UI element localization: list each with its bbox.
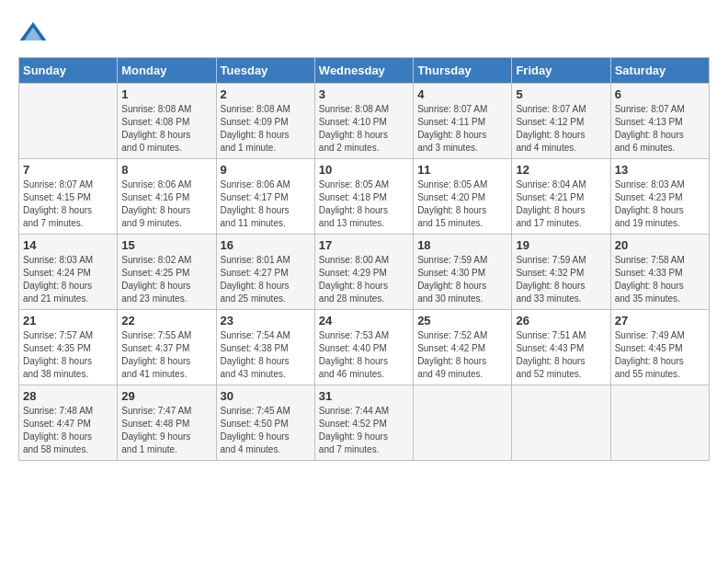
day-number: 22	[121, 314, 211, 327]
day-info: Sunrise: 7:44 AM Sunset: 4:52 PM Dayligh…	[319, 405, 409, 456]
calendar-cell: 14Sunrise: 8:03 AM Sunset: 4:24 PM Dayli…	[19, 235, 118, 310]
calendar-cell	[610, 385, 709, 461]
calendar-cell: 21Sunrise: 7:57 AM Sunset: 4:35 PM Dayli…	[19, 310, 118, 385]
weekday-header-sunday: Sunday	[19, 58, 118, 84]
calendar-cell: 17Sunrise: 8:00 AM Sunset: 4:29 PM Dayli…	[314, 235, 413, 310]
day-number: 2	[221, 87, 311, 101]
day-info: Sunrise: 7:53 AM Sunset: 4:40 PM Dayligh…	[319, 329, 409, 381]
day-info: Sunrise: 7:48 AM Sunset: 4:47 PM Dayligh…	[23, 405, 113, 456]
day-number: 18	[417, 238, 507, 252]
day-number: 29	[121, 389, 211, 403]
day-info: Sunrise: 8:00 AM Sunset: 4:29 PM Dayligh…	[319, 254, 409, 305]
week-row-3: 14Sunrise: 8:03 AM Sunset: 4:24 PM Dayli…	[19, 235, 710, 310]
day-number: 30	[221, 389, 311, 403]
calendar-cell: 28Sunrise: 7:48 AM Sunset: 4:47 PM Dayli…	[19, 385, 118, 461]
weekday-header-saturday: Saturday	[610, 58, 709, 84]
day-number: 6	[615, 87, 705, 101]
day-info: Sunrise: 8:06 AM Sunset: 4:16 PM Dayligh…	[121, 178, 211, 230]
day-info: Sunrise: 8:07 AM Sunset: 4:15 PM Dayligh…	[23, 178, 113, 230]
calendar-cell: 29Sunrise: 7:47 AM Sunset: 4:48 PM Dayli…	[118, 385, 216, 461]
calendar-cell: 8Sunrise: 8:06 AM Sunset: 4:16 PM Daylig…	[118, 159, 216, 235]
day-number: 8	[121, 163, 211, 177]
day-info: Sunrise: 7:55 AM Sunset: 4:37 PM Dayligh…	[121, 329, 211, 381]
day-number: 4	[417, 87, 507, 101]
day-info: Sunrise: 7:51 AM Sunset: 4:43 PM Dayligh…	[516, 329, 606, 381]
day-info: Sunrise: 7:47 AM Sunset: 4:48 PM Dayligh…	[121, 405, 211, 456]
calendar-cell: 24Sunrise: 7:53 AM Sunset: 4:40 PM Dayli…	[314, 310, 413, 385]
calendar-cell: 30Sunrise: 7:45 AM Sunset: 4:50 PM Dayli…	[216, 385, 314, 461]
weekday-header-wednesday: Wednesday	[314, 58, 413, 84]
week-row-5: 28Sunrise: 7:48 AM Sunset: 4:47 PM Dayli…	[19, 385, 710, 461]
day-number: 25	[417, 314, 507, 327]
day-info: Sunrise: 8:03 AM Sunset: 4:24 PM Dayligh…	[23, 254, 113, 305]
weekday-header-tuesday: Tuesday	[216, 58, 314, 84]
calendar-table: SundayMondayTuesdayWednesdayThursdayFrid…	[18, 57, 710, 461]
day-info: Sunrise: 8:05 AM Sunset: 4:20 PM Dayligh…	[417, 178, 507, 230]
day-info: Sunrise: 8:07 AM Sunset: 4:12 PM Dayligh…	[516, 103, 606, 155]
day-info: Sunrise: 7:57 AM Sunset: 4:35 PM Dayligh…	[23, 329, 113, 381]
calendar-cell: 19Sunrise: 7:59 AM Sunset: 4:32 PM Dayli…	[512, 235, 610, 310]
day-info: Sunrise: 8:08 AM Sunset: 4:10 PM Dayligh…	[319, 103, 409, 155]
day-info: Sunrise: 7:49 AM Sunset: 4:45 PM Dayligh…	[615, 329, 705, 381]
calendar-cell: 26Sunrise: 7:51 AM Sunset: 4:43 PM Dayli…	[512, 310, 610, 385]
calendar-cell: 18Sunrise: 7:59 AM Sunset: 4:30 PM Dayli…	[414, 235, 512, 310]
calendar-body: 1Sunrise: 8:08 AM Sunset: 4:08 PM Daylig…	[19, 84, 710, 461]
day-info: Sunrise: 7:59 AM Sunset: 4:30 PM Dayligh…	[417, 254, 507, 305]
logo	[18, 18, 51, 48]
calendar-cell: 16Sunrise: 8:01 AM Sunset: 4:27 PM Dayli…	[216, 235, 314, 310]
day-number: 11	[417, 163, 507, 177]
week-row-2: 7Sunrise: 8:07 AM Sunset: 4:15 PM Daylig…	[19, 159, 710, 235]
calendar-cell: 15Sunrise: 8:02 AM Sunset: 4:25 PM Dayli…	[118, 235, 216, 310]
calendar-cell: 7Sunrise: 8:07 AM Sunset: 4:15 PM Daylig…	[19, 159, 118, 235]
calendar-cell: 22Sunrise: 7:55 AM Sunset: 4:37 PM Dayli…	[118, 310, 216, 385]
calendar-cell	[414, 385, 512, 461]
calendar-cell: 23Sunrise: 7:54 AM Sunset: 4:38 PM Dayli…	[216, 310, 314, 385]
day-info: Sunrise: 8:01 AM Sunset: 4:27 PM Dayligh…	[221, 254, 311, 305]
day-info: Sunrise: 8:02 AM Sunset: 4:25 PM Dayligh…	[121, 254, 211, 305]
day-number: 3	[319, 87, 409, 101]
day-number: 12	[516, 163, 606, 177]
week-row-4: 21Sunrise: 7:57 AM Sunset: 4:35 PM Dayli…	[19, 310, 710, 385]
day-number: 5	[516, 87, 606, 101]
day-number: 24	[319, 314, 409, 327]
calendar-cell: 6Sunrise: 8:07 AM Sunset: 4:13 PM Daylig…	[610, 84, 709, 159]
week-row-1: 1Sunrise: 8:08 AM Sunset: 4:08 PM Daylig…	[19, 84, 710, 159]
day-number: 17	[319, 238, 409, 252]
calendar-cell: 13Sunrise: 8:03 AM Sunset: 4:23 PM Dayli…	[610, 159, 709, 235]
day-number: 20	[615, 238, 705, 252]
day-number: 16	[221, 238, 311, 252]
day-info: Sunrise: 7:54 AM Sunset: 4:38 PM Dayligh…	[221, 329, 311, 381]
day-number: 31	[319, 389, 409, 403]
calendar-cell: 27Sunrise: 7:49 AM Sunset: 4:45 PM Dayli…	[610, 310, 709, 385]
day-number: 19	[516, 238, 606, 252]
day-number: 9	[221, 163, 311, 177]
calendar-cell: 10Sunrise: 8:05 AM Sunset: 4:18 PM Dayli…	[314, 159, 413, 235]
calendar-cell: 12Sunrise: 8:04 AM Sunset: 4:21 PM Dayli…	[512, 159, 610, 235]
day-info: Sunrise: 8:06 AM Sunset: 4:17 PM Dayligh…	[221, 178, 311, 230]
weekday-header-monday: Monday	[118, 58, 216, 84]
weekday-header-row: SundayMondayTuesdayWednesdayThursdayFrid…	[19, 58, 710, 84]
calendar-cell: 11Sunrise: 8:05 AM Sunset: 4:20 PM Dayli…	[414, 159, 512, 235]
day-info: Sunrise: 8:07 AM Sunset: 4:11 PM Dayligh…	[417, 103, 507, 155]
day-info: Sunrise: 8:05 AM Sunset: 4:18 PM Dayligh…	[319, 178, 409, 230]
calendar-cell	[19, 84, 118, 159]
calendar-cell: 1Sunrise: 8:08 AM Sunset: 4:08 PM Daylig…	[118, 84, 216, 159]
logo-icon	[18, 18, 48, 48]
day-info: Sunrise: 8:04 AM Sunset: 4:21 PM Dayligh…	[516, 178, 606, 230]
day-number: 10	[319, 163, 409, 177]
day-info: Sunrise: 7:59 AM Sunset: 4:32 PM Dayligh…	[516, 254, 606, 305]
calendar-cell: 2Sunrise: 8:08 AM Sunset: 4:09 PM Daylig…	[216, 84, 314, 159]
calendar-cell: 4Sunrise: 8:07 AM Sunset: 4:11 PM Daylig…	[414, 84, 512, 159]
day-info: Sunrise: 7:58 AM Sunset: 4:33 PM Dayligh…	[615, 254, 705, 305]
weekday-header-thursday: Thursday	[414, 58, 512, 84]
day-number: 23	[221, 314, 311, 327]
day-info: Sunrise: 8:07 AM Sunset: 4:13 PM Dayligh…	[615, 103, 705, 155]
calendar-cell: 20Sunrise: 7:58 AM Sunset: 4:33 PM Dayli…	[610, 235, 709, 310]
day-info: Sunrise: 7:45 AM Sunset: 4:50 PM Dayligh…	[221, 405, 311, 456]
calendar-cell: 3Sunrise: 8:08 AM Sunset: 4:10 PM Daylig…	[314, 84, 413, 159]
day-number: 14	[23, 238, 113, 252]
day-number: 21	[23, 314, 113, 327]
day-number: 28	[23, 389, 113, 403]
day-info: Sunrise: 7:52 AM Sunset: 4:42 PM Dayligh…	[417, 329, 507, 381]
day-number: 1	[121, 87, 211, 101]
